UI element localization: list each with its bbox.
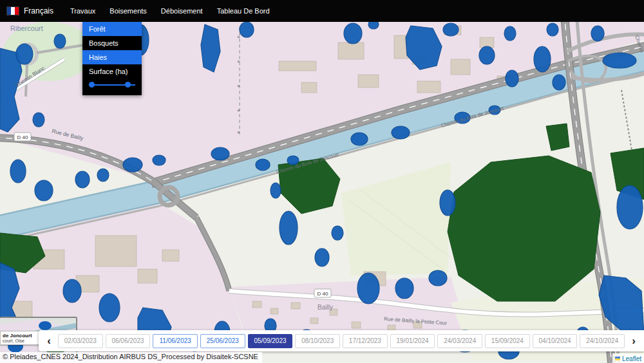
date-timeline-bar: ‹ 02/03/2023 06/06/2023 11/06/2023 25/06… bbox=[39, 330, 644, 351]
road-shield-d40-left: D 40 bbox=[14, 133, 31, 141]
surface-range-slider[interactable] bbox=[89, 80, 135, 90]
slider-handle-min[interactable] bbox=[89, 82, 95, 88]
date-button-05-09-2023[interactable]: 05/09/2023 bbox=[248, 334, 293, 348]
slider-handle-max[interactable] bbox=[125, 82, 131, 88]
date-button-24-10-2024[interactable]: 24/10/2024 bbox=[580, 334, 625, 348]
nav-item-travaux[interactable]: Travaux bbox=[70, 7, 95, 15]
svg-text:×: × bbox=[237, 107, 240, 113]
date-button-15-09-2024[interactable]: 15/09/2024 bbox=[485, 334, 530, 348]
nav-menu: Travaux Boisements Déboisement Tableau D… bbox=[70, 7, 270, 15]
timeline-next-button[interactable]: › bbox=[627, 333, 640, 349]
nav-item-boisements[interactable]: Boisements bbox=[109, 7, 146, 15]
date-button-11-06-2023[interactable]: 11/06/2023 bbox=[153, 334, 198, 348]
french-flag-icon bbox=[6, 6, 19, 15]
date-button-08-10-2023[interactable]: 08/10/2023 bbox=[295, 334, 340, 348]
dropdown-item-haies[interactable]: Haies bbox=[82, 50, 142, 64]
minimap-tooltip-subtitle: court, Oise bbox=[3, 339, 44, 343]
leaflet-flag-icon bbox=[615, 357, 620, 360]
date-button-17-12-2023[interactable]: 17/12/2023 bbox=[343, 334, 388, 348]
date-button-02-03-2023[interactable]: 02/03/2023 bbox=[58, 334, 103, 348]
date-button-19-01-2024[interactable]: 19/01/2024 bbox=[390, 334, 435, 348]
nav-item-deboisement[interactable]: Déboisement bbox=[161, 7, 203, 15]
svg-text:×: × bbox=[237, 59, 240, 64]
leaflet-link[interactable]: Leaflet bbox=[622, 355, 641, 362]
minimap-tooltip-title: de Joncourt bbox=[3, 333, 44, 339]
svg-text:D 40: D 40 bbox=[317, 291, 328, 297]
imagery-attribution: © Pleiades_CNES 2024_Distribution AIRBUS… bbox=[0, 352, 262, 363]
boisements-dropdown: Forêt Bosquets Haies Surface (ha) bbox=[82, 22, 142, 95]
date-button-06-06-2023[interactable]: 06/06/2023 bbox=[106, 334, 151, 348]
nav-item-tableau-de-bord[interactable]: Tableau De Bord bbox=[217, 7, 270, 15]
dropdown-item-surface: Surface (ha) bbox=[82, 64, 142, 79]
leaflet-attribution: Leaflet bbox=[612, 353, 644, 363]
date-button-04-10-2024[interactable]: 04/10/2024 bbox=[533, 334, 578, 348]
map-label-village: Bailly bbox=[317, 304, 333, 311]
map-label-town: Ribercourt bbox=[10, 24, 43, 32]
timeline-prev-button[interactable]: ‹ bbox=[43, 333, 55, 349]
dropdown-item-bosquets[interactable]: Bosquets bbox=[82, 36, 142, 50]
road-shield-d40-village: D 40 bbox=[314, 289, 331, 297]
top-navbar: Français Travaux Boisements Déboisement … bbox=[0, 0, 644, 22]
language-label[interactable]: Français bbox=[24, 6, 53, 15]
svg-text:×: × bbox=[237, 129, 240, 135]
dropdown-item-foret[interactable]: Forêt bbox=[82, 22, 142, 36]
date-button-24-03-2024[interactable]: 24/03/2024 bbox=[437, 334, 482, 348]
svg-text:×: × bbox=[237, 34, 240, 40]
svg-text:×: × bbox=[237, 83, 240, 89]
svg-text:D 40: D 40 bbox=[17, 135, 28, 140]
date-button-25-06-2023[interactable]: 25/06/2023 bbox=[200, 334, 245, 348]
